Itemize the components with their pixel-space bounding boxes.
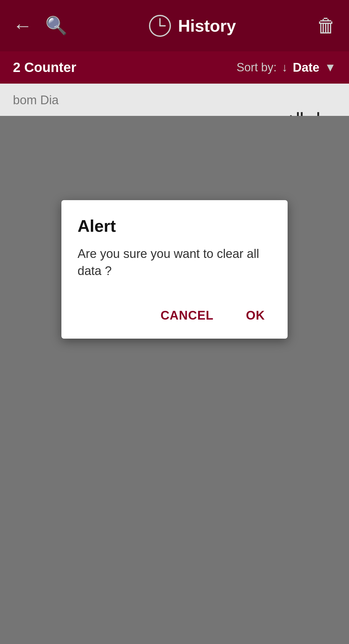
background — [0, 116, 349, 644]
header-left-group: ← 🔍 — [13, 15, 68, 37]
sub-header: 2 Counter Sort by: ↓ Date ▼ — [0, 51, 349, 84]
back-icon[interactable]: ← — [13, 15, 32, 37]
clock-icon — [148, 14, 172, 37]
sort-area[interactable]: Sort by: ↓ Date ▼ — [237, 61, 336, 75]
ok-button[interactable]: OK — [239, 305, 271, 326]
header-title-area: History — [148, 14, 236, 37]
dialog-buttons: CANCEL OK — [78, 305, 271, 326]
trash-icon[interactable]: 🗑 — [317, 15, 336, 37]
cancel-button[interactable]: CANCEL — [154, 305, 220, 326]
dialog-message: Are you sure you want to clear all data … — [78, 245, 271, 280]
chevron-down-icon[interactable]: ▼ — [324, 61, 336, 74]
sort-date-label: Date — [293, 61, 319, 75]
dialog-title: Alert — [78, 216, 271, 236]
item-1-source: bom Dia — [13, 93, 336, 107]
search-icon[interactable]: 🔍 — [45, 15, 68, 36]
alert-dialog: Alert Are you sure you want to clear all… — [61, 200, 288, 339]
app-header: ← 🔍 History 🗑 — [0, 0, 349, 51]
sort-arrow-icon: ↓ — [282, 61, 288, 74]
sort-by-label: Sort by: — [237, 61, 277, 74]
page-title: History — [178, 16, 236, 36]
counter-label: 2 Counter — [13, 60, 76, 75]
